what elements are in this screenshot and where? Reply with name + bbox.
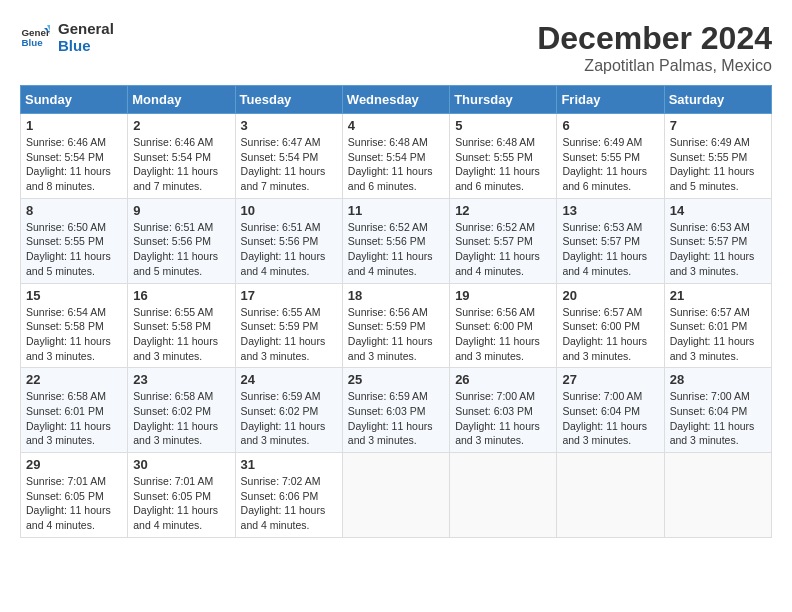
- calendar-cell: 24 Sunrise: 6:59 AMSunset: 6:02 PMDaylig…: [235, 368, 342, 453]
- day-number: 20: [562, 288, 658, 303]
- logo: General Blue General Blue: [20, 20, 114, 54]
- day-number: 22: [26, 372, 122, 387]
- day-info: Sunrise: 6:56 AMSunset: 5:59 PMDaylight:…: [348, 306, 433, 362]
- header-thursday: Thursday: [450, 86, 557, 114]
- day-number: 4: [348, 118, 444, 133]
- calendar-cell: 6 Sunrise: 6:49 AMSunset: 5:55 PMDayligh…: [557, 114, 664, 199]
- day-info: Sunrise: 6:57 AMSunset: 6:01 PMDaylight:…: [670, 306, 755, 362]
- day-info: Sunrise: 6:52 AMSunset: 5:56 PMDaylight:…: [348, 221, 433, 277]
- day-number: 17: [241, 288, 337, 303]
- day-number: 23: [133, 372, 229, 387]
- day-info: Sunrise: 6:47 AMSunset: 5:54 PMDaylight:…: [241, 136, 326, 192]
- day-info: Sunrise: 6:55 AMSunset: 5:59 PMDaylight:…: [241, 306, 326, 362]
- day-info: Sunrise: 6:49 AMSunset: 5:55 PMDaylight:…: [670, 136, 755, 192]
- calendar-cell: 9 Sunrise: 6:51 AMSunset: 5:56 PMDayligh…: [128, 198, 235, 283]
- header-friday: Friday: [557, 86, 664, 114]
- day-info: Sunrise: 7:01 AMSunset: 6:05 PMDaylight:…: [26, 475, 111, 531]
- day-info: Sunrise: 6:53 AMSunset: 5:57 PMDaylight:…: [562, 221, 647, 277]
- day-number: 15: [26, 288, 122, 303]
- day-number: 18: [348, 288, 444, 303]
- day-info: Sunrise: 6:58 AMSunset: 6:02 PMDaylight:…: [133, 390, 218, 446]
- day-info: Sunrise: 6:56 AMSunset: 6:00 PMDaylight:…: [455, 306, 540, 362]
- calendar-cell: 2 Sunrise: 6:46 AMSunset: 5:54 PMDayligh…: [128, 114, 235, 199]
- day-number: 14: [670, 203, 766, 218]
- header-tuesday: Tuesday: [235, 86, 342, 114]
- day-number: 8: [26, 203, 122, 218]
- calendar-cell: 17 Sunrise: 6:55 AMSunset: 5:59 PMDaylig…: [235, 283, 342, 368]
- header-wednesday: Wednesday: [342, 86, 449, 114]
- day-info: Sunrise: 6:57 AMSunset: 6:00 PMDaylight:…: [562, 306, 647, 362]
- calendar-cell: 28 Sunrise: 7:00 AMSunset: 6:04 PMDaylig…: [664, 368, 771, 453]
- week-row-2: 8 Sunrise: 6:50 AMSunset: 5:55 PMDayligh…: [21, 198, 772, 283]
- week-row-4: 22 Sunrise: 6:58 AMSunset: 6:01 PMDaylig…: [21, 368, 772, 453]
- week-row-1: 1 Sunrise: 6:46 AMSunset: 5:54 PMDayligh…: [21, 114, 772, 199]
- calendar-cell: 14 Sunrise: 6:53 AMSunset: 5:57 PMDaylig…: [664, 198, 771, 283]
- calendar-cell: 11 Sunrise: 6:52 AMSunset: 5:56 PMDaylig…: [342, 198, 449, 283]
- day-info: Sunrise: 6:48 AMSunset: 5:55 PMDaylight:…: [455, 136, 540, 192]
- days-header-row: Sunday Monday Tuesday Wednesday Thursday…: [21, 86, 772, 114]
- header-monday: Monday: [128, 86, 235, 114]
- day-info: Sunrise: 6:54 AMSunset: 5:58 PMDaylight:…: [26, 306, 111, 362]
- day-number: 21: [670, 288, 766, 303]
- day-info: Sunrise: 6:59 AMSunset: 6:02 PMDaylight:…: [241, 390, 326, 446]
- day-number: 12: [455, 203, 551, 218]
- header-sunday: Sunday: [21, 86, 128, 114]
- calendar-cell: 29 Sunrise: 7:01 AMSunset: 6:05 PMDaylig…: [21, 453, 128, 538]
- calendar-cell: 12 Sunrise: 6:52 AMSunset: 5:57 PMDaylig…: [450, 198, 557, 283]
- logo-icon: General Blue: [20, 22, 50, 52]
- calendar-cell: 10 Sunrise: 6:51 AMSunset: 5:56 PMDaylig…: [235, 198, 342, 283]
- calendar-cell: [342, 453, 449, 538]
- day-info: Sunrise: 6:52 AMSunset: 5:57 PMDaylight:…: [455, 221, 540, 277]
- day-info: Sunrise: 6:55 AMSunset: 5:58 PMDaylight:…: [133, 306, 218, 362]
- day-number: 13: [562, 203, 658, 218]
- week-row-5: 29 Sunrise: 7:01 AMSunset: 6:05 PMDaylig…: [21, 453, 772, 538]
- day-info: Sunrise: 7:00 AMSunset: 6:04 PMDaylight:…: [562, 390, 647, 446]
- day-info: Sunrise: 7:02 AMSunset: 6:06 PMDaylight:…: [241, 475, 326, 531]
- day-number: 27: [562, 372, 658, 387]
- calendar-cell: 27 Sunrise: 7:00 AMSunset: 6:04 PMDaylig…: [557, 368, 664, 453]
- day-number: 10: [241, 203, 337, 218]
- day-info: Sunrise: 6:46 AMSunset: 5:54 PMDaylight:…: [26, 136, 111, 192]
- day-number: 31: [241, 457, 337, 472]
- day-info: Sunrise: 6:53 AMSunset: 5:57 PMDaylight:…: [670, 221, 755, 277]
- calendar-cell: 25 Sunrise: 6:59 AMSunset: 6:03 PMDaylig…: [342, 368, 449, 453]
- calendar-cell: 16 Sunrise: 6:55 AMSunset: 5:58 PMDaylig…: [128, 283, 235, 368]
- calendar-cell: 18 Sunrise: 6:56 AMSunset: 5:59 PMDaylig…: [342, 283, 449, 368]
- day-info: Sunrise: 6:59 AMSunset: 6:03 PMDaylight:…: [348, 390, 433, 446]
- day-number: 9: [133, 203, 229, 218]
- day-number: 11: [348, 203, 444, 218]
- day-number: 19: [455, 288, 551, 303]
- day-number: 30: [133, 457, 229, 472]
- day-info: Sunrise: 6:51 AMSunset: 5:56 PMDaylight:…: [133, 221, 218, 277]
- day-number: 1: [26, 118, 122, 133]
- calendar-cell: 19 Sunrise: 6:56 AMSunset: 6:00 PMDaylig…: [450, 283, 557, 368]
- calendar-cell: [450, 453, 557, 538]
- day-info: Sunrise: 7:01 AMSunset: 6:05 PMDaylight:…: [133, 475, 218, 531]
- calendar-cell: 5 Sunrise: 6:48 AMSunset: 5:55 PMDayligh…: [450, 114, 557, 199]
- day-info: Sunrise: 6:50 AMSunset: 5:55 PMDaylight:…: [26, 221, 111, 277]
- day-number: 25: [348, 372, 444, 387]
- calendar-cell: 22 Sunrise: 6:58 AMSunset: 6:01 PMDaylig…: [21, 368, 128, 453]
- day-info: Sunrise: 6:58 AMSunset: 6:01 PMDaylight:…: [26, 390, 111, 446]
- day-number: 7: [670, 118, 766, 133]
- day-number: 24: [241, 372, 337, 387]
- day-number: 3: [241, 118, 337, 133]
- day-info: Sunrise: 6:46 AMSunset: 5:54 PMDaylight:…: [133, 136, 218, 192]
- calendar-table: Sunday Monday Tuesday Wednesday Thursday…: [20, 85, 772, 538]
- day-info: Sunrise: 7:00 AMSunset: 6:04 PMDaylight:…: [670, 390, 755, 446]
- svg-text:Blue: Blue: [22, 37, 44, 48]
- calendar-cell: 1 Sunrise: 6:46 AMSunset: 5:54 PMDayligh…: [21, 114, 128, 199]
- calendar-cell: 20 Sunrise: 6:57 AMSunset: 6:00 PMDaylig…: [557, 283, 664, 368]
- logo-general: General: [58, 20, 114, 37]
- day-number: 28: [670, 372, 766, 387]
- day-info: Sunrise: 6:51 AMSunset: 5:56 PMDaylight:…: [241, 221, 326, 277]
- calendar-cell: 3 Sunrise: 6:47 AMSunset: 5:54 PMDayligh…: [235, 114, 342, 199]
- page-header: General Blue General Blue December 2024 …: [20, 20, 772, 75]
- calendar-cell: 26 Sunrise: 7:00 AMSunset: 6:03 PMDaylig…: [450, 368, 557, 453]
- day-number: 5: [455, 118, 551, 133]
- day-number: 6: [562, 118, 658, 133]
- calendar-cell: 31 Sunrise: 7:02 AMSunset: 6:06 PMDaylig…: [235, 453, 342, 538]
- day-number: 2: [133, 118, 229, 133]
- calendar-cell: [664, 453, 771, 538]
- calendar-cell: 21 Sunrise: 6:57 AMSunset: 6:01 PMDaylig…: [664, 283, 771, 368]
